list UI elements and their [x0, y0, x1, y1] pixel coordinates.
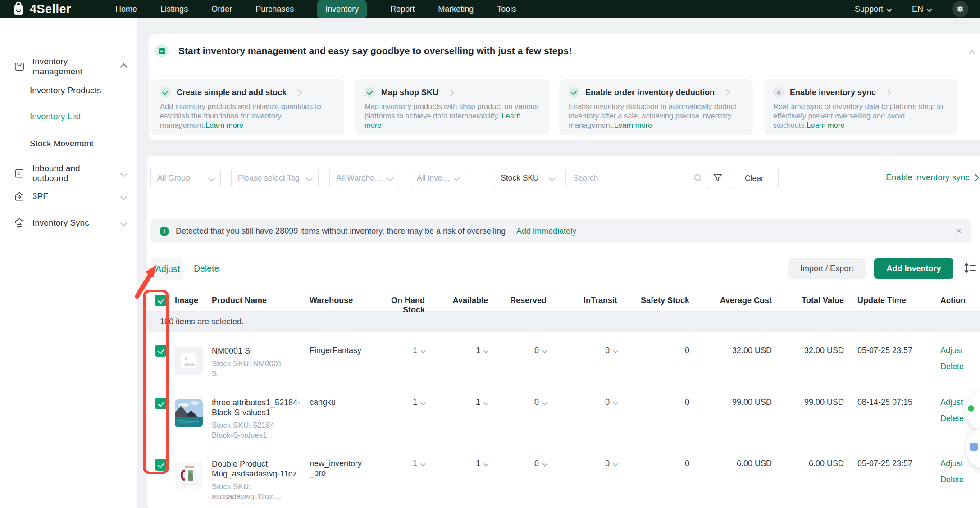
available-cell[interactable]: 1 — [433, 459, 488, 468]
add-immediately-link[interactable]: Add immediately — [516, 227, 576, 236]
sidebar-item-inventory-management[interactable]: Inventory management — [14, 57, 126, 77]
average-cost-cell: 99.00 USD — [694, 398, 772, 407]
search-input[interactable] — [572, 173, 693, 183]
table-row: NM0001 S Stock SKU: NM0001 S FingerFanta… — [147, 332, 980, 385]
sidebar-item-stock-movement[interactable]: Stock Movement — [30, 139, 94, 149]
search-icon — [693, 173, 702, 182]
clear-filters-button[interactable]: Clear — [730, 168, 779, 189]
sidebar-item-inventory-sync[interactable]: Inventory Sync — [14, 217, 126, 229]
column-settings-button[interactable] — [963, 262, 977, 274]
intransit-cell[interactable]: 0 — [562, 346, 617, 355]
row-checkbox[interactable] — [155, 345, 167, 357]
intransit-cell[interactable]: 0 — [562, 459, 617, 468]
nav-tools[interactable]: Tools — [497, 5, 516, 14]
on-hand-cell[interactable]: 1 — [369, 346, 425, 355]
nav-report[interactable]: Report — [390, 5, 415, 14]
selection-banner: 100 items are selected. — [147, 312, 980, 332]
chevron-down-icon — [613, 400, 618, 405]
collapse-panel-button[interactable] — [970, 50, 975, 58]
header-reserved: Reserved — [491, 296, 547, 305]
inventory-filter-select[interactable]: All inventory... — [410, 168, 465, 188]
online-status-dot — [968, 405, 974, 412]
update-time-cell: 05-07-25 23:57 — [857, 459, 936, 468]
bulk-delete-button[interactable]: Delete — [194, 263, 219, 274]
nav-purchases[interactable]: Purchases — [255, 5, 294, 14]
on-hand-cell[interactable]: 1 — [369, 459, 425, 468]
chevron-down-icon — [120, 170, 128, 177]
warehouse-filter-select[interactable]: All Warehouse — [329, 168, 399, 188]
language-menu[interactable]: EN — [912, 5, 931, 14]
total-value-cell: 32.00 USD — [776, 346, 844, 355]
support-menu[interactable]: Support — [855, 5, 891, 14]
table-row: three attributes1_52184-Black-S-values1 … — [147, 385, 980, 446]
nav-order[interactable]: Order — [211, 5, 232, 14]
nav-marketing[interactable]: Marketing — [438, 5, 474, 14]
select-all-checkbox[interactable] — [155, 295, 167, 306]
bulk-adjust-button[interactable]: Adjust — [152, 258, 183, 280]
settings-button[interactable] — [952, 1, 968, 17]
step-number-badge: 4 — [773, 87, 784, 98]
top-nav: 4Seller Home Listings Order Purchases In… — [0, 0, 980, 18]
brand-name: 4Seller — [30, 2, 71, 16]
chevron-down-icon — [483, 349, 488, 354]
warehouse-cell: cangku — [310, 398, 369, 407]
row-checkbox[interactable] — [155, 459, 167, 471]
chevron-right-icon — [884, 89, 892, 96]
chevron-down-icon — [120, 193, 128, 200]
tag-filter-select[interactable]: Please select Tag — [231, 168, 319, 188]
reserved-cell[interactable]: 0 — [491, 459, 547, 468]
step-title: Enable order inventory deduction — [585, 88, 715, 97]
step-card-create-stock[interactable]: Create simple and add stock Add inventor… — [150, 79, 344, 135]
update-time-cell: 05-07-25 23:57 — [857, 346, 936, 355]
sidebar-item-3pf[interactable]: 3PF — [14, 190, 126, 202]
close-icon[interactable]: ✕ — [956, 227, 962, 236]
step-title: Map shop SKU — [381, 88, 438, 97]
add-inventory-button[interactable]: Add Inventory — [874, 258, 953, 279]
document-icon — [14, 168, 25, 179]
product-name: Double Product Mug_asdsadaswq-11oz... — [212, 459, 307, 479]
intransit-cell[interactable]: 0 — [562, 398, 617, 407]
row-checkbox[interactable] — [155, 398, 167, 409]
import-export-button[interactable]: Import / Export — [788, 258, 866, 279]
enable-inventory-sync-link[interactable]: Enable inventory sync — [886, 172, 978, 182]
available-cell[interactable]: 1 — [433, 398, 488, 407]
alert-text: Detected that you still have 28099 items… — [176, 227, 506, 236]
chevron-down-icon — [454, 175, 460, 181]
onboarding-title: Start inventory management and easy say … — [178, 45, 572, 56]
reserved-cell[interactable]: 0 — [491, 346, 547, 355]
brand-logo[interactable]: 4Seller — [12, 2, 71, 16]
search-type-select[interactable]: Stock SKU — [494, 168, 561, 188]
nav-home[interactable]: Home — [115, 5, 137, 14]
nav-inventory-active[interactable]: Inventory — [317, 0, 367, 18]
row-delete-link[interactable]: Delete — [940, 362, 980, 372]
learn-more-link[interactable]: Learn more — [205, 121, 243, 129]
step-card-order-deduction[interactable]: Enable order inventory deduction Enable … — [559, 79, 753, 135]
step-done-icon — [365, 87, 375, 98]
step-card-enable-sync[interactable]: 4 Enable inventory sync Real-time sync o… — [764, 79, 957, 135]
sidebar-item-inventory-list[interactable]: Inventory List — [30, 112, 81, 122]
product-sku: Stock SKU: asdsadaswq-11oz-... — [212, 482, 286, 502]
reserved-cell[interactable]: 0 — [491, 398, 547, 407]
sidebar-item-label: Inventory management — [32, 57, 114, 77]
learn-more-link[interactable]: Learn more — [614, 121, 652, 129]
mug-photo — [175, 461, 203, 489]
group-filter-select[interactable]: All Group — [150, 168, 221, 188]
advanced-filter-button[interactable] — [712, 172, 723, 183]
product-image-landscape — [175, 399, 203, 427]
step-card-map-sku[interactable]: Map shop SKU Map inventory products with… — [355, 79, 549, 135]
update-time-cell: 08-14-25 07:15 — [857, 398, 936, 407]
sidebar-item-inventory-products[interactable]: Inventory Products — [30, 86, 101, 95]
chevron-down-icon — [549, 174, 556, 181]
row-adjust-link[interactable]: Adjust — [940, 346, 980, 355]
nav-listings[interactable]: Listings — [160, 5, 188, 14]
safety-stock-cell: 0 — [634, 398, 689, 407]
chevron-down-icon — [483, 400, 488, 405]
available-cell[interactable]: 1 — [433, 346, 488, 355]
warning-icon: ! — [160, 227, 169, 236]
row-delete-link[interactable]: Delete — [940, 475, 980, 485]
sidebar-item-inbound-outbound[interactable]: Inbound and outbound — [14, 163, 126, 183]
on-hand-cell[interactable]: 1 — [369, 398, 425, 407]
product-sku: Stock SKU: NM0001 S — [212, 359, 286, 379]
learn-more-link[interactable]: Learn more — [807, 121, 844, 129]
app-window: 4Seller Home Listings Order Purchases In… — [0, 0, 980, 508]
